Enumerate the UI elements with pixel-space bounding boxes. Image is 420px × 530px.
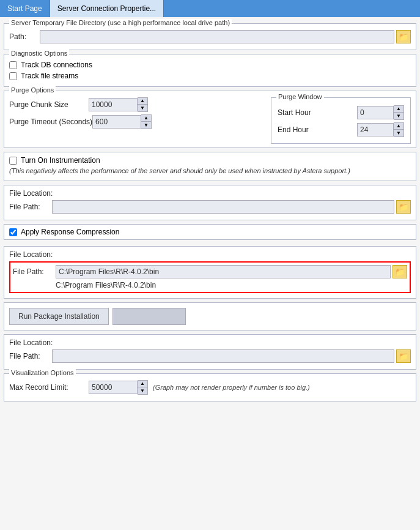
content-area: Server Temporary File Directory (use a h… [0,17,420,530]
path-label: Path: [9,32,40,41]
purge-timeout-up[interactable]: ▲ [141,115,151,122]
start-hour-row: Start Hour ▲ ▼ [278,105,404,120]
file-path-2-label: File Path: [13,267,56,276]
file-location-3-title: File Location: [9,338,411,347]
purge-chunk-down[interactable]: ▼ [138,105,147,111]
file-location-2-highlighted: File Path: 📁 C:\Program Files\R\R-4.0.2\… [9,261,411,293]
purge-timeout-spinner: ▲ ▼ [92,114,152,129]
apply-compression-label: Apply Response Compression [21,228,119,236]
purge-chunk-row: Purge Chunk Size ▲ ▼ [9,97,259,112]
file-location-1-section: File Location: File Path: 📁 [4,185,416,220]
purge-timeout-row: Purge Timeout (Seconds) ▲ ▼ [9,114,259,129]
purge-timeout-label: Purge Timeout (Seconds) [9,118,92,126]
server-temp-dir-section: Server Temporary File Directory (use a h… [4,23,416,50]
server-temp-path-input[interactable] [40,30,394,43]
diagnostic-section: Diagnostic Options Track DB connections … [4,54,416,87]
start-hour-down[interactable]: ▼ [394,113,403,119]
instrumentation-section: Turn On Instrumentation (This negatively… [4,152,416,181]
instrumentation-note: (This negatively affects the performance… [9,167,411,174]
run-package-button[interactable]: Run Package Installation [9,308,109,325]
instrumentation-label: Turn On Instrumentation [21,156,100,165]
visualization-label: Visualization Options [9,369,76,376]
purge-left: Purge Chunk Size ▲ ▼ Purge Timeout (Seco… [9,97,259,144]
purge-chunk-spinner-btns: ▲ ▼ [138,97,148,112]
file-folder-2-button[interactable]: 📁 [392,265,407,278]
tab-server-connection-label: Server Connection Propertie... [57,4,156,13]
server-temp-dir-label: Server Temporary File Directory (use a h… [9,19,232,26]
max-record-down[interactable]: ▼ [138,387,147,394]
max-record-row: Max Record Limit: ▲ ▼ (Graph may not ren… [9,380,411,395]
instrumentation-row: Turn On Instrumentation [9,156,411,165]
end-hour-label: End Hour [278,125,357,134]
end-hour-down[interactable]: ▼ [394,130,403,136]
file-path-2-dropdown-text[interactable]: C:\Program Files\R\R-4.0.2\bin [13,281,407,289]
start-hour-label: Start Hour [278,108,357,117]
max-record-label: Max Record Limit: [9,383,89,392]
track-file-label: Track file streams [21,72,78,80]
end-hour-up[interactable]: ▲ [394,123,403,130]
track-db-row: Track DB connections [9,61,411,69]
tab-start-page-label: Start Page [7,4,42,13]
start-hour-up[interactable]: ▲ [394,106,403,113]
apply-compression-checkbox[interactable] [9,228,17,236]
max-record-input[interactable] [89,381,138,394]
max-record-up[interactable]: ▲ [138,381,147,387]
file-path-3-input[interactable] [52,349,394,363]
end-hour-spinner: ▲ ▼ [357,122,404,137]
file-location-2-title: File Location: [9,250,411,259]
purge-section: Purge Options Purge Chunk Size ▲ ▼ [4,91,416,148]
server-temp-dir-row: Path: 📁 [9,30,411,43]
file-path-2-input[interactable] [56,265,391,278]
tab-server-connection[interactable]: Server Connection Propertie... [50,0,164,17]
purge-timeout-input[interactable] [92,115,141,129]
start-hour-spinner: ▲ ▼ [357,105,404,120]
purge-chunk-up[interactable]: ▲ [138,98,147,105]
end-hour-input[interactable] [357,123,394,136]
purge-window-label: Purge Window [276,93,324,100]
end-hour-row: End Hour ▲ ▼ [278,122,404,137]
purge-chunk-input[interactable] [89,98,138,111]
track-db-checkbox[interactable] [9,61,17,69]
end-hour-btns: ▲ ▼ [394,122,404,137]
purge-timeout-down[interactable]: ▼ [141,122,151,129]
run-package-section: Run Package Installation [4,302,416,330]
tab-bar: Start Page Server Connection Propertie..… [0,0,420,17]
file-location-3-section: File Location: File Path: 📁 [4,334,416,370]
track-db-label: Track DB connections [21,61,92,69]
purge-window: Purge Window Start Hour ▲ ▼ [271,97,411,144]
file-path-1-label: File Path: [9,203,52,211]
apply-compression-section: Apply Response Compression [4,224,416,240]
track-file-row: Track file streams [9,72,411,80]
server-temp-folder-button[interactable]: 📁 [396,30,411,43]
visualization-section: Visualization Options Max Record Limit: … [4,373,416,401]
file-location-2-section: File Location: File Path: 📁 C:\Program F… [4,246,416,299]
purge-chunk-spinner: ▲ ▼ [89,97,148,112]
run-package-button2[interactable] [112,308,186,325]
purge-label: Purge Options [9,86,56,94]
file-folder-1-button[interactable]: 📁 [396,200,411,214]
file-location-2-row: File Path: 📁 [13,265,407,278]
max-record-note: (Graph may not render properly if number… [153,384,310,391]
start-hour-input[interactable] [357,106,394,119]
max-record-spinner-btns: ▲ ▼ [138,380,148,395]
file-location-1-title: File Location: [9,189,411,198]
purge-chunk-label: Purge Chunk Size [9,100,89,109]
max-record-spinner: ▲ ▼ [89,380,148,395]
start-hour-btns: ▲ ▼ [394,105,404,120]
file-location-1-row: File Path: 📁 [9,200,411,214]
file-path-1-input[interactable] [52,200,394,214]
file-location-3-row: File Path: 📁 [9,349,411,363]
diagnostic-label: Diagnostic Options [9,50,69,57]
file-folder-3-button[interactable]: 📁 [396,349,411,363]
purge-inner: Purge Chunk Size ▲ ▼ Purge Timeout (Seco… [9,97,411,144]
track-file-checkbox[interactable] [9,72,17,80]
purge-timeout-spinner-btns: ▲ ▼ [141,114,152,129]
tab-start-page[interactable]: Start Page [0,0,50,17]
file-path-3-label: File Path: [9,352,52,360]
instrumentation-checkbox[interactable] [9,157,17,165]
